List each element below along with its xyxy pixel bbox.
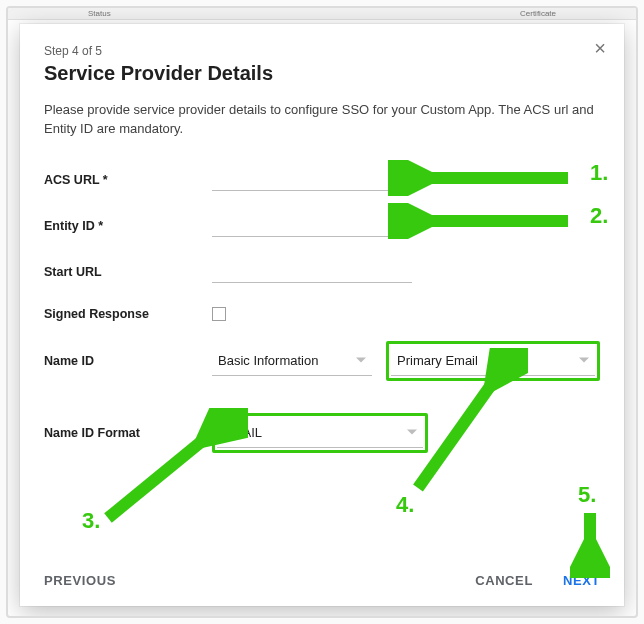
row-signed-response: Signed Response	[44, 301, 600, 327]
signed-response-checkbox[interactable]	[212, 307, 226, 321]
label-acs-url: ACS URL *	[44, 173, 212, 187]
sp-details-modal: × Step 4 of 5 Service Provider Details P…	[20, 24, 624, 606]
outer-frame: Status Certificate × Step 4 of 5 Service…	[6, 6, 638, 618]
next-button[interactable]: NEXT	[563, 573, 600, 588]
label-entity-id: Entity ID *	[44, 219, 212, 233]
label-name-id-format: Name ID Format	[44, 426, 212, 440]
chevron-down-icon	[579, 358, 589, 363]
label-signed-response: Signed Response	[44, 307, 212, 321]
chevron-down-icon	[356, 358, 366, 363]
modal-title: Service Provider Details	[44, 62, 600, 85]
background-page-header: Status Certificate	[8, 8, 636, 20]
name-id-category-value: Basic Information	[218, 353, 318, 368]
bg-col-status: Status	[88, 9, 111, 18]
entity-id-input[interactable]	[212, 215, 412, 237]
row-entity-id: Entity ID *	[44, 213, 600, 239]
highlight-primary-email: Primary Email	[386, 341, 600, 381]
acs-url-input[interactable]	[212, 169, 412, 191]
label-name-id: Name ID	[44, 354, 212, 368]
name-id-category-select[interactable]: Basic Information	[212, 346, 372, 376]
step-indicator: Step 4 of 5	[44, 44, 600, 58]
name-id-attribute-value: Primary Email	[397, 353, 478, 368]
bg-col-cert: Certificate	[520, 9, 556, 18]
modal-description: Please provide service provider details …	[44, 101, 600, 139]
row-name-id: Name ID Basic Information Primary Email	[44, 341, 600, 381]
name-id-format-select[interactable]: EMAIL	[217, 418, 423, 448]
highlight-name-id-format: EMAIL	[212, 413, 428, 453]
modal-footer: PREVIOUS CANCEL NEXT	[44, 573, 600, 588]
row-name-id-format: Name ID Format EMAIL	[44, 413, 600, 453]
chevron-down-icon	[407, 430, 417, 435]
name-id-format-value: EMAIL	[223, 425, 262, 440]
row-acs-url: ACS URL *	[44, 167, 600, 193]
name-id-attribute-select[interactable]: Primary Email	[391, 346, 595, 376]
cancel-button[interactable]: CANCEL	[475, 573, 533, 588]
previous-button[interactable]: PREVIOUS	[44, 573, 116, 588]
label-start-url: Start URL	[44, 265, 212, 279]
form: ACS URL * Entity ID * Start URL Signed R…	[44, 167, 600, 453]
close-icon[interactable]: ×	[594, 38, 606, 58]
row-start-url: Start URL	[44, 259, 600, 285]
start-url-input[interactable]	[212, 261, 412, 283]
